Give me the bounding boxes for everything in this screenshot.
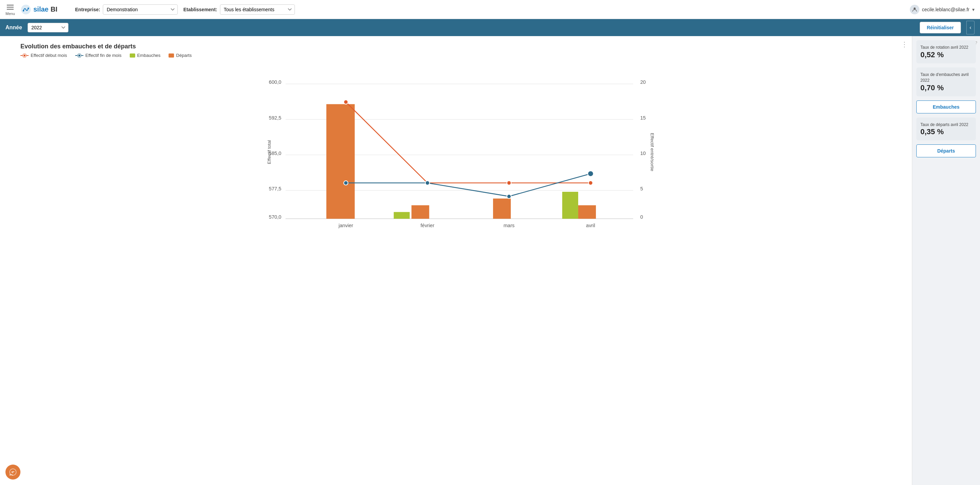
- user-icon: [912, 7, 917, 12]
- svg-text:0: 0: [640, 214, 643, 220]
- svg-text:10: 10: [640, 151, 646, 156]
- chart-legend: Effectif début mois Effectif fin de mois…: [21, 53, 905, 58]
- collapse-button[interactable]: ‹: [966, 21, 975, 34]
- svg-text:570,0: 570,0: [269, 214, 281, 220]
- etablissement-select[interactable]: Tous les établissements: [220, 5, 295, 15]
- bar-departs-jan: [326, 104, 355, 219]
- legend-departs-label: Départs: [176, 53, 192, 58]
- chat-icon: [9, 468, 17, 476]
- dot-effectif-fin-mars: [507, 194, 511, 199]
- bar-departs-mars: [493, 199, 511, 219]
- dot-effectif-fin-jan: [344, 181, 348, 185]
- entreprise-label: Entreprise:: [75, 7, 100, 12]
- chart-panel: ⋮ Evolution des embauches et de départs …: [0, 36, 912, 485]
- filter-bar: Année 2022 Réinitialiser ‹: [0, 19, 980, 36]
- dot-effectif-debut-mars: [507, 181, 511, 185]
- kpi-departs: Taux de départs avril 2022 0,35 %: [916, 118, 976, 141]
- legend-effectif-fin-label: Effectif fin de mois: [86, 53, 122, 58]
- embauches-button[interactable]: Embauches: [916, 100, 976, 113]
- kpi-embauches: Taux de d'embauches avril 2022 0,70 %: [916, 67, 976, 96]
- kpi-departs-label: Taux de départs avril 2022: [920, 122, 969, 127]
- legend-departs: Départs: [169, 53, 192, 58]
- silae-logo-icon: [21, 4, 31, 15]
- year-label: Année: [5, 24, 22, 31]
- line-effectif-debut: [346, 102, 591, 183]
- dot-effectif-fin-avril: [588, 171, 593, 177]
- user-avatar: [910, 5, 920, 14]
- bi-logo-text: BI: [50, 5, 57, 13]
- svg-text:février: février: [420, 223, 434, 228]
- kpi-rotation-label: Taux de rotation avril 2022: [920, 45, 969, 50]
- svg-point-3: [913, 8, 916, 10]
- etablissement-label: Etablissement:: [183, 7, 217, 12]
- line-effectif-fin: [346, 174, 591, 197]
- chat-button[interactable]: [5, 464, 21, 480]
- chart-svg: 600,0 592,5 585,0 577,5 570,0 20 15 10 5…: [21, 64, 898, 234]
- chart-container: 600,0 592,5 585,0 577,5 570,0 20 15 10 5…: [21, 64, 898, 235]
- bar-departs-feb: [411, 205, 429, 219]
- svg-text:15: 15: [640, 115, 646, 121]
- legend-effectif-debut-label: Effectif début mois: [31, 53, 67, 58]
- legend-embauches: Embauches: [130, 53, 161, 58]
- bar-departs-avril: [578, 205, 596, 219]
- user-email: cecile.leblanc@silae.fr: [922, 7, 970, 12]
- departs-button[interactable]: Départs: [916, 145, 976, 157]
- kpi-embauches-label: Taux de d'embauches avril 2022: [920, 72, 969, 83]
- bar-embauches-avril: [562, 192, 578, 219]
- legend-effectif-debut: Effectif début mois: [21, 53, 67, 58]
- svg-text:20: 20: [640, 80, 646, 85]
- year-select[interactable]: 2022: [28, 23, 68, 32]
- menu-button[interactable]: Menu: [5, 3, 15, 16]
- dot-effectif-fin-feb: [425, 181, 430, 185]
- svg-text:janvier: janvier: [338, 223, 353, 228]
- legend-effectif-fin: Effectif fin de mois: [75, 53, 122, 58]
- right-sidebar: ? Taux de rotation avril 2022 0,52 % Tau…: [912, 36, 980, 485]
- svg-text:600,0: 600,0: [269, 80, 281, 85]
- svg-text:Effectif entré/sortie: Effectif entré/sortie: [650, 133, 655, 171]
- bar-embauches-feb: [394, 212, 410, 219]
- svg-text:592,5: 592,5: [269, 115, 281, 121]
- svg-point-1: [23, 10, 24, 11]
- silae-logo-text: silae: [33, 5, 48, 13]
- kpi-rotation: Taux de rotation avril 2022 0,52 %: [916, 40, 976, 64]
- kpi-departs-value: 0,35 %: [920, 127, 972, 136]
- reinitialiser-button[interactable]: Réinitialiser: [920, 22, 961, 33]
- svg-text:avril: avril: [586, 223, 595, 228]
- dot-effectif-debut-avril: [589, 181, 593, 185]
- main-area: ⋮ Evolution des embauches et de départs …: [0, 36, 980, 485]
- entreprise-field: Entreprise: Demonstration: [75, 5, 178, 15]
- menu-label: Menu: [5, 11, 15, 16]
- etablissement-field: Etablissement: Tous les établissements: [183, 5, 295, 15]
- logo: silae BI: [21, 4, 57, 15]
- entreprise-select[interactable]: Demonstration: [103, 5, 178, 15]
- user-chevron-icon: ▾: [972, 7, 975, 12]
- legend-embauches-label: Embauches: [137, 53, 161, 58]
- chart-title: Evolution des embauches et de départs: [21, 43, 905, 50]
- svg-text:577,5: 577,5: [269, 186, 281, 191]
- kpi-rotation-value: 0,52 %: [920, 51, 972, 59]
- kpi-embauches-value: 0,70 %: [920, 83, 972, 92]
- svg-point-2: [28, 8, 29, 9]
- top-nav: Menu silae BI Entreprise: Demonstration …: [0, 0, 980, 19]
- svg-text:5: 5: [640, 186, 643, 191]
- dot-effectif-debut-jan: [344, 100, 348, 104]
- svg-text:Effectif total: Effectif total: [267, 140, 272, 164]
- chart-options-button[interactable]: ⋮: [901, 40, 908, 48]
- user-menu[interactable]: cecile.leblanc@silae.fr ▾: [910, 5, 975, 14]
- svg-text:mars: mars: [504, 223, 514, 228]
